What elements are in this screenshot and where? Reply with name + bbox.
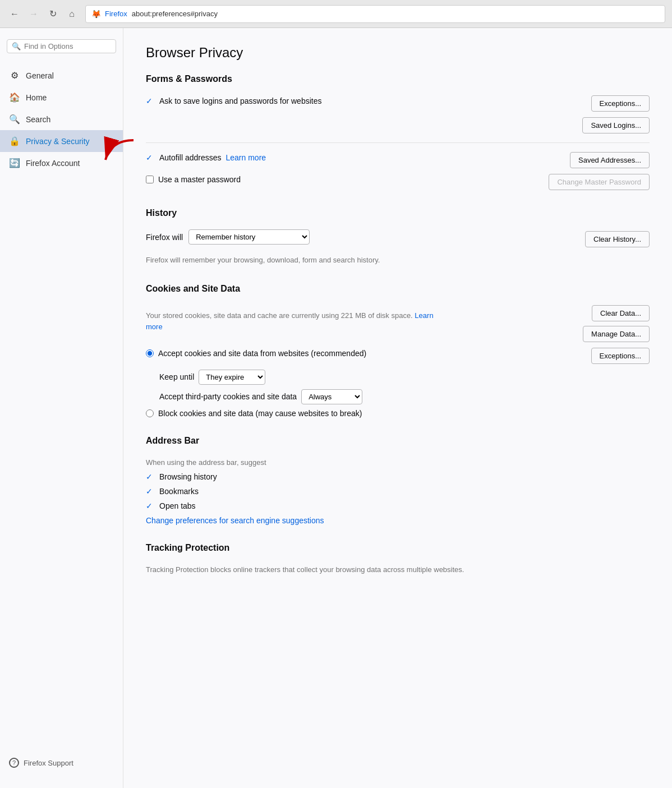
address-bar-checks: ✓ Browsing history ✓ Bookmarks ✓ Open ta… (146, 472, 650, 525)
refresh-button[interactable]: ↻ (45, 6, 61, 22)
change-prefs-link[interactable]: Change preferences for search engine sug… (146, 516, 324, 525)
sidebar-item-search[interactable]: 🔍 Search (0, 108, 123, 130)
saved-addresses-button[interactable]: Saved Addresses... (570, 152, 650, 168)
main-layout: 🔍 ⚙ General 🏠 Home 🔍 Search 🔒 Privacy & … (0, 28, 672, 788)
app-name-label: Firefox (105, 10, 127, 18)
firefox-will-label: Firefox will (146, 233, 183, 242)
home-icon: 🏠 (9, 92, 20, 103)
lock-icon: 🔒 (9, 136, 20, 146)
bookmarks-label: Bookmarks (159, 487, 199, 496)
sidebar: 🔍 ⚙ General 🏠 Home 🔍 Search 🔒 Privacy & … (0, 28, 123, 788)
sidebar-item-label-account: Firefox Account (26, 159, 80, 168)
browser-chrome: ← → ↻ ⌂ 🦊 Firefox about:preferences#priv… (0, 0, 672, 28)
address-bar[interactable]: 🦊 Firefox about:preferences#privacy (85, 5, 665, 23)
checkmark-bookmarks-icon: ✓ (146, 487, 155, 496)
block-cookies-radio[interactable] (146, 409, 154, 417)
third-party-row: Accept third-party cookies and site data… (159, 389, 650, 404)
browsing-history-label: Browsing history (159, 472, 217, 481)
sidebar-item-label-privacy: Privacy & Security (26, 137, 90, 146)
tracking-protection-section: Tracking Protection Tracking Protection … (146, 543, 650, 575)
sidebar-item-label-home: Home (26, 93, 47, 102)
history-dropdown[interactable]: Remember history Never remember history … (188, 229, 310, 245)
clear-history-button[interactable]: Clear History... (585, 231, 650, 247)
third-party-label: Accept third-party cookies and site data (159, 392, 297, 401)
sidebar-item-general[interactable]: ⚙ General (0, 64, 123, 86)
sync-icon: 🔄 (9, 158, 20, 168)
accept-cookies-label: Accept cookies and site data from websit… (158, 349, 366, 358)
sidebar-item-home[interactable]: 🏠 Home (0, 86, 123, 108)
keep-until-row: Keep until They expire I close Firefox (159, 370, 650, 385)
keep-until-label: Keep until (159, 372, 194, 381)
forward-button[interactable]: → (26, 6, 42, 22)
block-cookies-row: Block cookies and site data (may cause w… (146, 409, 650, 418)
find-input-container[interactable]: 🔍 (7, 39, 116, 53)
checkmark-autofill-icon: ✓ (146, 153, 155, 162)
browsing-history-row: ✓ Browsing history (146, 472, 650, 481)
cookies-exceptions-button[interactable]: Exceptions... (591, 348, 650, 364)
checkmark-ask-logins-icon: ✓ (146, 96, 155, 105)
sidebar-footer[interactable]: ? Firefox Support (0, 749, 123, 777)
forms-passwords-section: Forms & Passwords ✓ Ask to save logins a… (146, 74, 650, 190)
open-tabs-label: Open tabs (159, 501, 196, 510)
content-area: Browser Privacy Forms & Passwords ✓ Ask … (123, 28, 672, 788)
cookies-description-row: Your stored cookies, site data and cache… (146, 305, 650, 342)
find-options-input[interactable] (24, 42, 111, 50)
autofill-row: ✓ Autofill addresses Learn more Saved Ad… (146, 152, 650, 168)
block-cookies-label: Block cookies and site data (may cause w… (158, 409, 362, 418)
open-tabs-row: ✓ Open tabs (146, 501, 650, 510)
bookmarks-row: ✓ Bookmarks (146, 487, 650, 496)
ask-save-logins-checkbox-row: ✓ Ask to save logins and passwords for w… (146, 96, 321, 105)
firefox-logo-icon: 🦊 (91, 10, 100, 19)
back-button[interactable]: ← (7, 6, 22, 22)
cookies-title: Cookies and Site Data (146, 284, 650, 296)
cookies-buttons: Clear Data... Manage Data... (583, 305, 650, 342)
clear-data-button[interactable]: Clear Data... (592, 305, 650, 321)
sidebar-item-privacy[interactable]: 🔒 Privacy & Security (0, 130, 123, 152)
master-password-checkbox-row: Use a master password (146, 175, 241, 184)
master-password-label: Use a master password (158, 175, 241, 184)
separator-1 (146, 142, 650, 143)
history-section: History Firefox will Remember history Ne… (146, 208, 650, 266)
ask-save-logins-label: Ask to save logins and passwords for web… (159, 96, 321, 105)
saved-logins-row: Saved Logins... (146, 117, 650, 133)
exceptions-logins-button[interactable]: Exceptions... (591, 95, 650, 112)
accept-cookies-radio[interactable] (146, 349, 154, 357)
checkmark-opentabs-icon: ✓ (146, 501, 155, 510)
accept-cookies-row: Accept cookies and site data from websit… (146, 348, 650, 364)
nav-buttons: ← → ↻ ⌂ (7, 6, 80, 22)
autofill-learn-more-link[interactable]: Learn more (226, 153, 266, 162)
cookies-description: Your stored cookies, site data and cache… (146, 310, 438, 332)
forms-passwords-title: Forms & Passwords (146, 74, 650, 86)
page-title: Browser Privacy (146, 45, 650, 61)
address-bar-description: When using the address bar, suggest (146, 457, 650, 468)
search-icon: 🔍 (12, 42, 21, 50)
firefox-support-label: Firefox Support (24, 759, 73, 767)
tracking-protection-title: Tracking Protection (146, 543, 650, 555)
sidebar-item-label-general: General (26, 71, 54, 80)
master-password-checkbox[interactable] (146, 176, 154, 183)
autofill-label: Autofill addresses (159, 153, 222, 162)
sidebar-item-firefox-account[interactable]: 🔄 Firefox Account (0, 152, 123, 174)
address-bar-section: Address Bar When using the address bar, … (146, 436, 650, 526)
home-button[interactable]: ⌂ (64, 6, 80, 22)
master-password-row: Use a master password Change Master Pass… (146, 174, 650, 190)
history-title: History (146, 208, 650, 220)
find-in-options-wrapper: 🔍 (7, 39, 116, 53)
accept-cookies-radio-row: Accept cookies and site data from websit… (146, 349, 366, 358)
magnifier-icon: 🔍 (9, 114, 20, 125)
autofill-checkbox-row: ✓ Autofill addresses Learn more (146, 153, 266, 162)
saved-logins-button[interactable]: Saved Logins... (582, 117, 650, 133)
manage-data-button[interactable]: Manage Data... (583, 326, 650, 342)
sidebar-item-label-search: Search (26, 115, 50, 124)
firefox-will-row: Firefox will Remember history Never reme… (146, 229, 650, 249)
cookies-section: Cookies and Site Data Your stored cookie… (146, 284, 650, 418)
third-party-dropdown[interactable]: Always From visited Never (301, 389, 362, 404)
ask-save-logins-row: ✓ Ask to save logins and passwords for w… (146, 95, 650, 112)
history-description: Firefox will remember your browsing, dow… (146, 255, 650, 266)
checkmark-browsing-icon: ✓ (146, 472, 155, 481)
keep-until-dropdown[interactable]: They expire I close Firefox (199, 370, 265, 385)
change-master-password-button[interactable]: Change Master Password (549, 174, 650, 190)
address-bar-title: Address Bar (146, 436, 650, 448)
history-select-row: Firefox will Remember history Never reme… (146, 229, 310, 245)
gear-icon: ⚙ (9, 70, 20, 81)
